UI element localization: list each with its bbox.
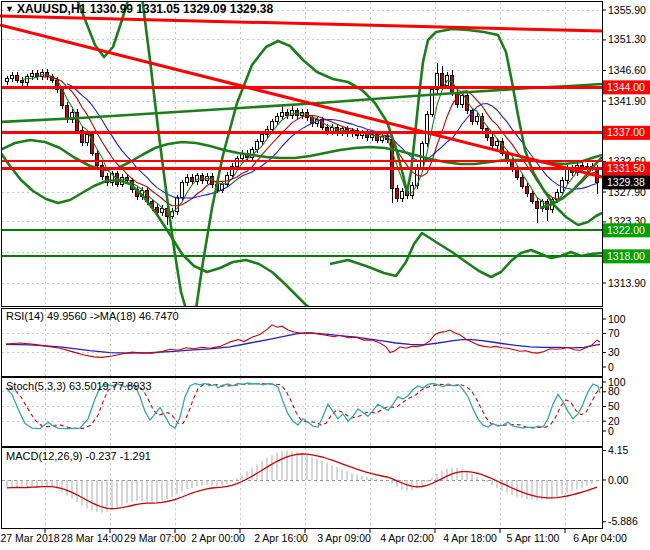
svg-text:0: 0	[608, 361, 614, 373]
ohlc-readout: 1330.99 1331.05 1329.09 1329.38	[90, 2, 274, 16]
svg-text:2 Apr 00:00: 2 Apr 00:00	[191, 532, 245, 544]
svg-text:1355.90: 1355.90	[608, 4, 646, 16]
price-axis[interactable]: 1355.901351.301346.601344.001341.901337.…	[602, 4, 650, 289]
svg-text:100: 100	[608, 313, 626, 325]
macd-indicator-label: MACD(12,26,9) -0.237 -1.291	[6, 450, 151, 462]
svg-text:4 Apr 18:00: 4 Apr 18:00	[443, 532, 497, 544]
svg-text:4.15: 4.15	[608, 444, 629, 456]
svg-text:1351.30: 1351.30	[608, 33, 646, 45]
svg-text:5 Apr 11:00: 5 Apr 11:00	[507, 532, 560, 544]
chart-title: ▼XAUUSD,H1 1330.99 1331.05 1329.09 1329.…	[5, 2, 273, 16]
symbol-period-label: XAUUSD,H1	[17, 2, 86, 16]
chart-canvas[interactable]: 1355.901351.301346.601344.001341.901337.…	[0, 0, 650, 550]
symbol-dropdown-icon[interactable]: ▼	[5, 4, 14, 14]
svg-text:1337.00: 1337.00	[607, 126, 645, 138]
rsi-indicator-label: RSI(14) 49.9560 ->MA(18) 46.7470	[6, 310, 179, 322]
svg-text:1313.90: 1313.90	[608, 277, 646, 289]
svg-text:1331.50: 1331.50	[607, 162, 645, 174]
svg-text:1346.60: 1346.60	[608, 64, 646, 76]
svg-text:4 Apr 02:00: 4 Apr 02:00	[380, 532, 434, 544]
trading-chart-window[interactable]: 1355.901351.301346.601344.001341.901337.…	[0, 0, 650, 550]
svg-text:1341.90: 1341.90	[608, 95, 646, 107]
svg-text:1344.00: 1344.00	[607, 81, 645, 93]
svg-text:1318.00: 1318.00	[607, 250, 645, 262]
svg-text:28 Mar 14:00: 28 Mar 14:00	[61, 532, 123, 544]
svg-text:1322.00: 1322.00	[607, 224, 645, 236]
stochastic-indicator-label: Stoch(5,3,3) 63.5019 77.8933	[6, 380, 152, 392]
svg-text:50: 50	[608, 400, 620, 412]
svg-text:0.00: 0.00	[608, 474, 629, 486]
time-axis[interactable]: 27 Mar 201828 Mar 14:0029 Mar 07:002 Apr…	[1, 529, 627, 545]
svg-text:27 Mar 2018: 27 Mar 2018	[1, 532, 60, 544]
svg-text:80: 80	[608, 385, 620, 397]
svg-text:2 Apr 16:00: 2 Apr 16:00	[254, 532, 308, 544]
svg-text:29 Mar 07:00: 29 Mar 07:00	[124, 532, 186, 544]
svg-text:6 Apr 04:00: 6 Apr 04:00	[573, 532, 627, 544]
svg-text:1327.90: 1327.90	[608, 186, 646, 198]
svg-text:70: 70	[608, 327, 620, 339]
svg-text:3 Apr 09:00: 3 Apr 09:00	[317, 532, 371, 544]
svg-text:0: 0	[608, 425, 614, 437]
svg-text:-5.886: -5.886	[608, 515, 638, 527]
svg-text:30: 30	[608, 346, 620, 358]
indicator-axes[interactable]: 1007030010080502004.150.00-5.886	[602, 313, 638, 528]
